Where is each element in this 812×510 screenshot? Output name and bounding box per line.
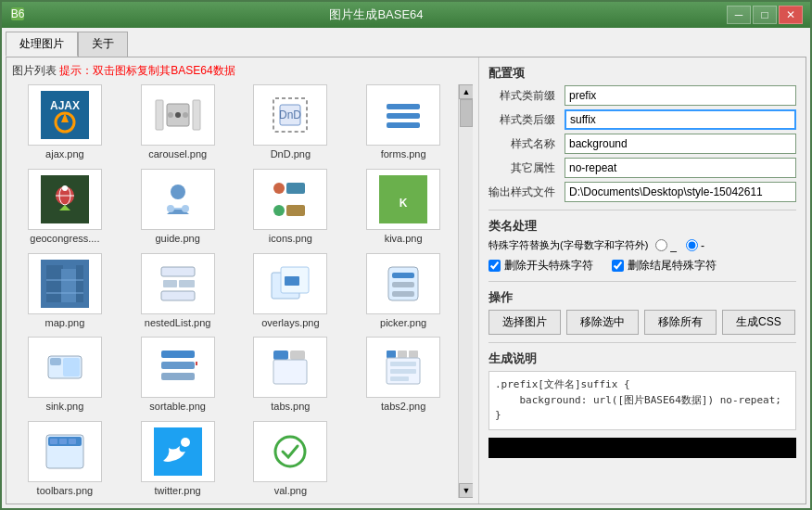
style-name-input[interactable] [565,134,796,154]
image-thumb [141,253,215,314]
class-section: 类名处理 特殊字符替换为(字母数字和字符外) _ - [488,218,796,274]
image-name: icons.png [269,233,312,244]
other-attr-input[interactable] [565,158,796,178]
app-icon: B6 [9,6,26,25]
image-name: tabs2.png [381,401,425,412]
image-name: carousel.png [148,148,207,159]
svg-rect-18 [387,113,420,119]
close-button[interactable]: ✕ [779,6,803,24]
svg-rect-39 [61,269,78,302]
image-thumb: K [366,169,440,230]
list-item[interactable]: sortable.png [125,337,231,414]
checkbox-remove-end-input[interactable] [612,260,624,272]
list-item[interactable]: tabs.png [238,337,344,414]
scroll-up-button[interactable]: ▲ [459,84,473,99]
image-thumb [366,84,440,146]
svg-rect-10 [156,100,163,130]
minimize-button[interactable]: ─ [727,6,751,24]
list-item[interactable]: sink.png [12,337,118,414]
checkbox-remove-start[interactable]: 删除开头特殊字符 [488,258,593,274]
checkbox-remove-end[interactable]: 删除结尾特殊字符 [612,258,717,274]
svg-point-85 [181,438,190,447]
tab-process[interactable]: 处理图片 [6,32,78,57]
svg-point-33 [273,205,285,216]
main-window: B6 图片生成BASE64 ─ □ ✕ 处理图片 关于 图片列表 提示：双击图标… [0,0,812,510]
list-item[interactable]: twitter.png [125,421,231,498]
image-name: guide.png [155,233,199,244]
output-file-label: 输出样式文件 [488,185,559,200]
radio-dash-input[interactable] [686,239,698,251]
image-thumb: DnD [253,84,327,146]
svg-rect-72 [398,351,407,358]
list-item[interactable]: toolbars.png [12,421,118,498]
radio-underscore-input[interactable] [655,239,667,251]
svg-point-26 [171,185,185,199]
list-item[interactable]: guide.png [125,169,231,246]
list-item[interactable]: geocongress.... [12,169,118,246]
prefix-label: 样式类前缀 [488,88,559,104]
svg-rect-56 [392,291,414,297]
list-item[interactable]: overlays.png [238,253,344,330]
image-thumb [253,169,327,230]
radio-underscore[interactable]: _ [655,239,677,252]
svg-rect-45 [163,280,177,287]
radio-dash[interactable]: - [686,239,704,252]
svg-rect-59 [50,358,61,365]
hint-label: 图片列表 [12,64,57,77]
prefix-input[interactable] [565,85,796,106]
suffix-input[interactable] [565,109,796,130]
image-name: ajax.png [45,148,84,159]
list-item[interactable]: map.png [12,253,118,330]
list-item[interactable]: forms.png [350,84,456,161]
radio-dash-label: - [701,239,704,252]
list-item[interactable]: K kiva.png [350,169,456,246]
list-item[interactable]: picker.png [350,253,456,330]
remove-selected-button[interactable]: 移除选中 [566,310,639,335]
image-name: sink.png [45,401,83,412]
checkbox-remove-start-input[interactable] [488,260,501,272]
remove-all-button[interactable]: 移除所有 [644,310,717,335]
other-attr-label: 其它属性 [488,160,559,176]
maximize-button[interactable]: □ [753,6,777,24]
svg-point-24 [62,185,68,191]
left-panel: 图片列表 提示：双击图标复制其BASE64数据 AJAX [6,57,479,504]
divider-1 [488,210,796,210]
radio-underscore-label: _ [670,239,677,252]
list-item[interactable]: icons.png [238,169,344,246]
list-item[interactable]: val.png [238,421,344,498]
image-name: twitter.png [155,485,201,496]
svg-rect-81 [50,439,57,444]
tab-about[interactable]: 关于 [78,32,128,57]
operations-section: 操作 选择图片 移除选中 移除所有 生成CSS [488,289,796,335]
image-name: DnD.png [271,148,311,159]
hint-text: 提示：双击图标复制其BASE64数据 [59,64,235,77]
list-item[interactable]: nestedList.png [125,253,231,330]
generate-css-button[interactable]: 生成CSS [722,310,795,335]
scroll-track [459,99,473,483]
svg-rect-60 [63,358,80,376]
right-panel: 配置项 样式类前缀 样式类后缀 样式名称 其它属性 输出样式文件 [479,57,806,504]
image-name: picker.png [380,317,426,328]
special-char-label: 特殊字符替换为(字母数字和字符外) [488,238,648,252]
svg-rect-63 [161,362,195,369]
list-item[interactable]: carousel.png [125,84,231,161]
svg-rect-77 [390,376,409,381]
output-file-input[interactable] [565,182,796,202]
scroll-thumb[interactable] [460,99,473,127]
select-image-button[interactable]: 选择图片 [488,310,561,335]
image-thumb [366,253,440,314]
image-thumb [141,84,215,146]
divider-3 [488,342,796,343]
window-controls: ─ □ ✕ [727,6,803,24]
config-table: 样式类前缀 样式类后缀 样式名称 其它属性 输出样式文件 [488,85,796,202]
list-item[interactable]: AJAX ajax.png [12,84,118,161]
checkbox-remove-start-label: 删除开头特殊字符 [504,258,593,274]
scroll-down-button[interactable]: ▼ [459,483,473,498]
svg-rect-86 [266,427,314,476]
list-item[interactable]: tabs2.png [350,337,456,414]
scrollbar[interactable]: ▲ ▼ [458,84,473,498]
list-item[interactable]: DnD DnD.png [238,84,344,161]
svg-rect-62 [161,351,195,358]
action-buttons: 选择图片 移除选中 移除所有 生成CSS [488,310,796,335]
tab-bar: 处理图片 关于 [6,32,806,57]
